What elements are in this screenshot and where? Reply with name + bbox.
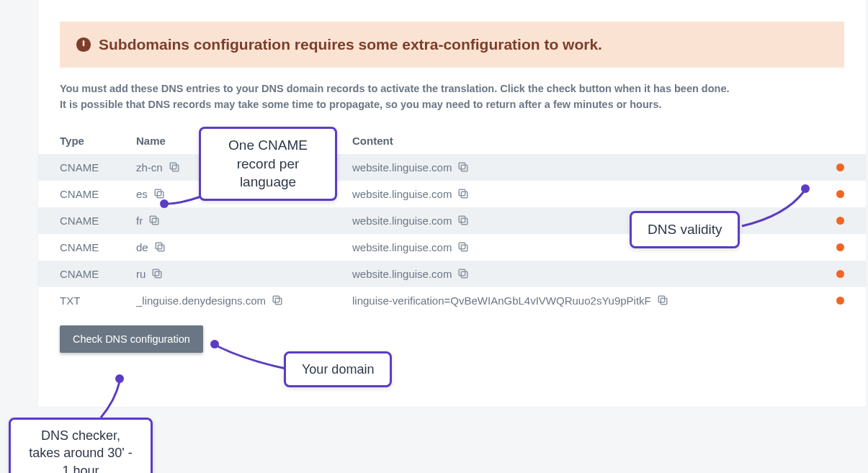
svg-rect-3	[170, 163, 176, 170]
svg-rect-22	[462, 272, 468, 279]
svg-rect-23	[273, 297, 279, 303]
cell-content-text: website.linguise.com	[352, 241, 452, 253]
cell-status	[821, 217, 844, 225]
svg-rect-12	[152, 219, 158, 225]
cell-content-text: website.linguise.com	[352, 215, 452, 227]
table-row: CNAMEeswebsite.linguise.com	[38, 181, 866, 207]
table-header-row: Type Name Content	[38, 130, 866, 154]
hint-line-2: It is possible that DNS records may take…	[60, 96, 844, 112]
svg-rect-10	[462, 192, 468, 199]
callout-checker: DNS checker, takes around 30' - 1 hour	[9, 418, 153, 473]
cell-type: CNAME	[60, 215, 136, 227]
cell-content-text: website.linguise.com	[352, 268, 452, 280]
svg-rect-6	[462, 166, 468, 172]
table-row: CNAMEfrwebsite.linguise.com	[38, 207, 866, 234]
cell-type: TXT	[60, 294, 136, 307]
cell-name-text: zh-cn	[136, 161, 163, 174]
copy-icon[interactable]	[657, 294, 668, 306]
cell-status	[821, 243, 844, 251]
svg-point-2	[83, 48, 85, 50]
hint-text: You must add these DNS entries to your D…	[60, 81, 844, 113]
copy-icon[interactable]	[457, 268, 469, 279]
cell-content: website.linguise.com	[352, 215, 821, 227]
cell-name: fr	[136, 215, 352, 227]
callout-domain: Your domain	[284, 351, 392, 387]
cell-status	[821, 163, 844, 171]
status-dot-icon	[836, 217, 844, 225]
svg-rect-18	[462, 245, 468, 252]
status-dot-icon	[836, 163, 844, 171]
svg-rect-9	[460, 190, 466, 197]
cell-name-text: fr	[136, 215, 143, 227]
copy-icon[interactable]	[457, 161, 469, 173]
copy-icon[interactable]	[457, 188, 469, 199]
alert-banner: Subdomains configuration requires some e…	[60, 22, 844, 68]
copy-icon[interactable]	[169, 161, 180, 173]
cell-status	[821, 190, 844, 198]
table-row: TXT_linguise.denydesigns.comlinguise-ver…	[38, 287, 866, 314]
cell-content: website.linguise.com	[352, 241, 821, 253]
svg-rect-16	[158, 245, 164, 252]
alert-text: Subdomains configuration requires some e…	[99, 36, 602, 53]
cell-content-text: website.linguise.com	[352, 161, 452, 174]
svg-rect-24	[275, 299, 282, 305]
cell-status	[821, 297, 844, 305]
svg-rect-15	[156, 243, 162, 250]
svg-rect-20	[156, 272, 162, 279]
copy-icon[interactable]	[151, 268, 163, 279]
col-header-type: Type	[60, 135, 136, 147]
svg-rect-19	[153, 270, 160, 276]
cell-status	[821, 270, 844, 278]
status-dot-icon	[836, 297, 844, 305]
svg-rect-4	[172, 166, 179, 172]
svg-rect-14	[462, 219, 468, 225]
cell-name: ru	[136, 268, 352, 280]
copy-icon[interactable]	[148, 215, 160, 226]
cell-type: CNAME	[60, 241, 136, 253]
cell-content-text: linguise-verification=QvBeWIAnGbL4vIVWQR…	[352, 294, 651, 307]
cell-content: linguise-verification=QvBeWIAnGbL4vIVWQR…	[352, 294, 821, 307]
svg-rect-5	[460, 163, 466, 170]
table-row: CNAMEruwebsite.linguise.com	[38, 261, 866, 287]
copy-icon[interactable]	[154, 241, 166, 253]
hint-line-1: You must add these DNS entries to your D…	[60, 81, 844, 96]
svg-rect-11	[150, 217, 156, 223]
svg-rect-26	[661, 299, 667, 305]
cell-name-text: es	[136, 188, 148, 200]
svg-rect-25	[658, 297, 665, 303]
check-dns-button[interactable]: Check DNS configuration	[60, 325, 203, 353]
copy-icon[interactable]	[457, 241, 469, 253]
copy-icon[interactable]	[272, 294, 283, 306]
dns-table: Type Name Content CNAMEzh-cnwebsite.ling…	[38, 130, 866, 314]
dns-config-card: Subdomains configuration requires some e…	[38, 0, 866, 407]
copy-icon[interactable]	[457, 215, 469, 226]
svg-rect-1	[83, 40, 85, 46]
callout-cname: One CNAME record per language	[199, 127, 337, 201]
cell-type: CNAME	[60, 268, 136, 280]
cell-content-text: website.linguise.com	[352, 188, 452, 200]
svg-rect-21	[460, 270, 466, 276]
status-dot-icon	[836, 270, 844, 278]
table-row: CNAMEdewebsite.linguise.com	[38, 234, 866, 261]
cell-type: CNAME	[60, 161, 136, 174]
copy-icon[interactable]	[153, 188, 165, 199]
alert-icon	[76, 37, 91, 53]
status-dot-icon	[836, 243, 844, 251]
cell-name-text: _linguise.denydesigns.com	[136, 294, 266, 307]
svg-rect-8	[157, 192, 164, 199]
cell-content: website.linguise.com	[352, 268, 821, 280]
status-dot-icon	[836, 190, 844, 198]
col-header-content: Content	[352, 135, 821, 147]
cell-name-text: ru	[136, 268, 146, 280]
table-row: CNAMEzh-cnwebsite.linguise.com	[38, 154, 866, 181]
svg-rect-17	[460, 243, 466, 250]
callout-validity: DNS validity	[630, 211, 740, 248]
cell-name: _linguise.denydesigns.com	[136, 294, 352, 307]
cell-name: de	[136, 241, 352, 253]
cell-type: CNAME	[60, 188, 136, 200]
cell-content: website.linguise.com	[352, 161, 821, 174]
svg-rect-13	[460, 217, 466, 223]
svg-rect-7	[155, 190, 161, 197]
cell-content: website.linguise.com	[352, 188, 821, 200]
cell-name-text: de	[136, 241, 148, 253]
